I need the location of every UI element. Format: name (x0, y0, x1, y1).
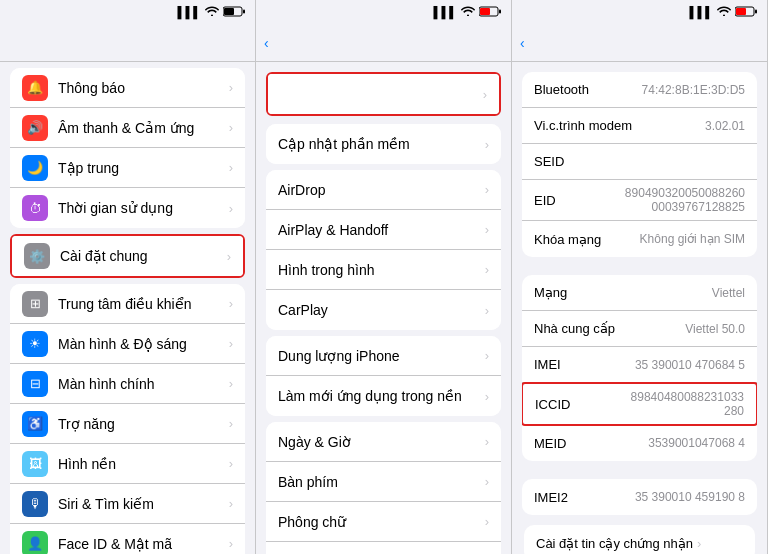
info-group-bottom: Cài đặt tin cậy chứng nhận› (524, 525, 755, 554)
info-value-khoa-mang: Không giới hạn SIM (624, 232, 745, 246)
panel-general: ▌▌▌ ‹ › Cập nhật phần mềm› Air (256, 0, 512, 554)
highlighted-cai-dat-chung[interactable]: ⚙️Cài đặt chung› (10, 234, 245, 278)
status-icons-1: ▌▌▌ (178, 6, 245, 19)
settings-item-trung-tam[interactable]: ⊞Trung tâm điều khiển› (10, 284, 245, 324)
battery-icon-2 (479, 6, 501, 19)
chevron-man-hinh-chinh: › (229, 376, 233, 391)
info-row-eid: EID89049032005008826000039767128825 (522, 180, 757, 221)
info-label-vi-c-trinh-modem: Vi.c.trình modem (534, 118, 632, 133)
settings-item-am-thanh[interactable]: 🔊Âm thanh & Cảm ứng› (10, 108, 245, 148)
signal-icon: ▌▌▌ (178, 6, 201, 18)
label-thoi-gian: Thời gian sử dụng (58, 200, 225, 216)
icon-cai-dat-chung: ⚙️ (24, 243, 50, 269)
icon-tro-nang: ♿ (22, 411, 48, 437)
p2-item-phong-chu[interactable]: Phông chữ› (266, 502, 501, 542)
highlighted-gioi-thieu[interactable]: › (266, 72, 501, 116)
icon-thoi-gian: ⏱ (22, 195, 48, 221)
label-trung-tam: Trung tâm điều khiển (58, 296, 225, 312)
wifi-icon-2 (461, 6, 475, 18)
info-value-imei2: 35 390010 459190 8 (624, 490, 745, 504)
sim-thuc-header (512, 265, 767, 271)
info-chevron-cai-dat-tin-cay: › (697, 536, 701, 551)
settings-item-cai-dat-chung[interactable]: ⚙️Cài đặt chung› (12, 236, 243, 276)
label-hinh-nen: Hình nền (58, 456, 225, 472)
panel-settings: ▌▌▌ 🔔Thông báo›🔊Âm thanh & Cảm ứng›🌙Tập … (0, 0, 256, 554)
status-icons-3: ▌▌▌ (690, 6, 757, 19)
p2-item-hinh-trong-hinh[interactable]: Hình trong hình› (266, 250, 501, 290)
nav-bar-1 (0, 24, 255, 62)
info-row-iccid: ICCID89840480088231033280 (523, 384, 756, 424)
settings-group-2: ⊞Trung tâm điều khiển›☀Màn hình & Độ sán… (10, 284, 245, 554)
svg-rect-4 (480, 8, 490, 15)
icon-trung-tam: ⊞ (22, 291, 48, 317)
chevron-faceid: › (229, 536, 233, 551)
chevron-tap-trung: › (229, 160, 233, 175)
p2-item-dung-luong[interactable]: Dung lượng iPhone› (266, 336, 501, 376)
p2-chevron-airdrop: › (485, 182, 489, 197)
chevron-thoi-gian: › (229, 201, 233, 216)
about-scroll[interactable]: Bluetooth74:42:8B:1E:3D:D5Vi.c.trình mod… (512, 62, 767, 554)
nav-bar-2: ‹ (256, 24, 511, 62)
info-label-nha-cung-cap: Nhà cung cấp (534, 321, 624, 336)
chevron-man-hinh-do-sang: › (229, 336, 233, 351)
settings-item-tap-trung[interactable]: 🌙Tập trung› (10, 148, 245, 188)
svg-rect-2 (243, 9, 245, 13)
chevron-siri: › (229, 496, 233, 511)
info-label-khoa-mang: Khóa mạng (534, 232, 624, 247)
chevron-left-icon: ‹ (264, 35, 269, 51)
p2-chevron-ngay-gio: › (485, 434, 489, 449)
p2-label-carplay: CarPlay (278, 302, 481, 318)
info-label-bluetooth: Bluetooth (534, 82, 624, 97)
info-value-mang: Viettel (624, 286, 745, 300)
settings-item-hinh-nen[interactable]: 🖼Hình nền› (10, 444, 245, 484)
gioi-thieu-item[interactable]: › (268, 74, 499, 114)
p2-item-ngon-ngu[interactable]: Ngôn ngữ & Vùng› (266, 542, 501, 554)
p2-item-ban-phim[interactable]: Bàn phím› (266, 462, 501, 502)
icon-am-thanh: 🔊 (22, 115, 48, 141)
info-group-sim-kha-dung: IMEI235 390010 459190 8 (522, 479, 757, 515)
chevron-gioi-thieu: › (483, 87, 487, 102)
svg-rect-8 (755, 9, 757, 13)
info-row-meid: MEID3539001047068 4 (522, 425, 757, 461)
settings-item-thoi-gian[interactable]: ⏱Thời gian sử dụng› (10, 188, 245, 228)
wifi-icon (205, 6, 219, 18)
p2-item-airdrop[interactable]: AirDrop› (266, 170, 501, 210)
back-button-2[interactable]: ‹ (264, 35, 271, 51)
icon-man-hinh-do-sang: ☀ (22, 331, 48, 357)
settings-item-siri[interactable]: 🎙Siri & Tìm kiếm› (10, 484, 245, 524)
settings-item-man-hinh-chinh[interactable]: ⊟Màn hình chính› (10, 364, 245, 404)
chevron-trung-tam: › (229, 296, 233, 311)
info-label-imei: IMEI (534, 357, 624, 372)
info-row-seid: SEID (522, 144, 757, 180)
general-scroll[interactable]: › Cập nhật phần mềm› AirDrop›AirPlay & H… (256, 62, 511, 554)
settings-item-thong-bao[interactable]: 🔔Thông báo› (10, 68, 245, 108)
info-label-eid: EID (534, 193, 624, 208)
wifi-icon-3 (717, 6, 731, 18)
info-value-eid: 89049032005008826000039767128825 (624, 186, 745, 214)
label-cai-dat-chung: Cài đặt chung (60, 248, 223, 264)
settings-item-man-hinh-do-sang[interactable]: ☀Màn hình & Độ sáng› (10, 324, 245, 364)
label-tro-nang: Trợ năng (58, 416, 225, 432)
p2-item-carplay[interactable]: CarPlay› (266, 290, 501, 330)
status-bar-1: ▌▌▌ (0, 0, 255, 24)
info-value-meid: 3539001047068 4 (624, 436, 745, 450)
back-button-3[interactable]: ‹ (520, 35, 527, 51)
icon-man-hinh-chinh: ⊟ (22, 371, 48, 397)
p2-label-ngay-gio: Ngày & Giờ (278, 434, 481, 450)
label-man-hinh-chinh: Màn hình chính (58, 376, 225, 392)
p2-item-ngay-gio[interactable]: Ngày & Giờ› (266, 422, 501, 462)
settings-item-faceid[interactable]: 👤Face ID & Mật mã› (10, 524, 245, 554)
p2-chevron-carplay: › (485, 303, 489, 318)
settings-item-tro-nang[interactable]: ♿Trợ năng› (10, 404, 245, 444)
p2-item-airplay[interactable]: AirPlay & Handoff› (266, 210, 501, 250)
p2-label-lam-moi: Làm mới ứng dụng trong nền (278, 388, 481, 404)
settings-scroll[interactable]: 🔔Thông báo›🔊Âm thanh & Cảm ứng›🌙Tập trun… (0, 62, 255, 554)
p2-item-cap-nhat[interactable]: Cập nhật phần mềm› (266, 124, 501, 164)
signal-icon-2: ▌▌▌ (434, 6, 457, 18)
iccid-highlight-wrapper: ICCID89840480088231033280 (522, 382, 757, 426)
icon-hinh-nen: 🖼 (22, 451, 48, 477)
sim-kha-dung-header (512, 469, 767, 475)
p2-item-lam-moi[interactable]: Làm mới ứng dụng trong nền› (266, 376, 501, 416)
p2-group-airdrop: AirDrop›AirPlay & Handoff›Hình trong hìn… (266, 170, 501, 330)
chevron-tro-nang: › (229, 416, 233, 431)
